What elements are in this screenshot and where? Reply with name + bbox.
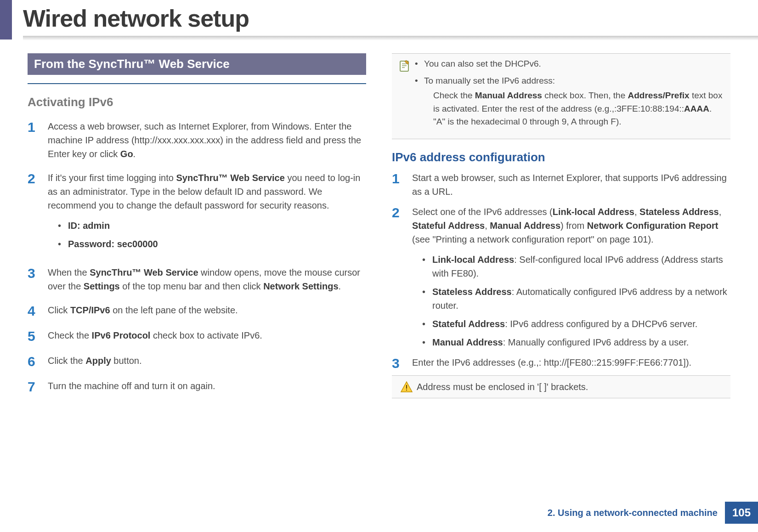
list-item: Link-local Address: Self-configured loca… [422,253,730,280]
step-number: 5 [28,328,48,344]
step-body: Check the IPv6 Protocol check box to act… [48,328,366,344]
page-title: Wired network setup [23,5,758,32]
left-column: From the SyncThru™ Web Service Activatin… [28,53,366,404]
page-header: Wired network setup [0,0,758,42]
note-detail: Check the Manual Address check box. Then… [424,89,726,129]
accent-bar [0,0,12,40]
page-number: 105 [725,502,758,524]
step-3: 3 When the SyncThru™ Web Service window … [28,266,366,293]
content-area: From the SyncThru™ Web Service Activatin… [0,42,758,404]
step-number: 1 [28,119,48,161]
step-5: 5 Check the IPv6 Protocol check box to a… [28,328,366,344]
step-number: 7 [28,379,48,394]
list-item: Stateful Address: IPv6 address configure… [422,317,730,331]
note-icon [395,57,415,132]
step-number: 2 [392,205,412,354]
step-body: Access a web browser, such as Internet E… [48,119,366,161]
step-number: 2 [28,171,48,255]
list-item: Manual Address: Manually configured IPv6… [422,335,730,349]
step-2: 2 If it's your first time logging into S… [28,171,366,255]
step-body: When the SyncThru™ Web Service window op… [48,266,366,293]
header-rule [23,36,758,42]
svg-rect-2 [406,390,407,391]
list-item: Stateless Address: Automatically configu… [422,285,730,312]
step-r2: 2 Select one of the IPv6 addresses (Link… [392,205,730,354]
step-r1: 1 Start a web browser, such as Internet … [392,171,730,198]
note-box: You can also set the DHCPv6. To manually… [392,53,730,139]
warning-box: Address must be enclosed in '[ ]' bracke… [392,375,730,398]
step-body: Enter the IPv6 addresses (e.g.,: http://… [412,356,730,371]
note-item: To manually set the IPv6 address: Check … [415,74,726,129]
step-body: Click TCP/IPv6 on the left pane of the w… [48,303,366,318]
step-body: Select one of the IPv6 addresses (Link-l… [412,205,730,354]
step-number: 3 [28,266,48,293]
step-r3: 3 Enter the IPv6 addresses (e.g.,: http:… [392,356,730,371]
list-item: ID: admin [58,219,366,232]
note-body: You can also set the DHCPv6. To manually… [415,57,726,132]
credentials-list: ID: admin Password: sec00000 [48,219,366,251]
footer-chapter: 2. Using a network-connected machine [548,508,725,518]
step-body: Click the Apply button. [48,354,366,369]
step-number: 1 [392,171,412,198]
step-7: 7 Turn the machine off and turn it on ag… [28,379,366,394]
right-column: You can also set the DHCPv6. To manually… [392,53,730,404]
step-body: If it's your first time logging into Syn… [48,171,366,255]
step-number: 6 [28,354,48,369]
step-body: Turn the machine off and turn it on agai… [48,379,366,394]
section-underline [28,83,366,84]
note-item: You can also set the DHCPv6. [415,57,726,71]
page-footer: 2. Using a network-connected machine 105 [548,502,758,524]
subheading-activating-ipv6: Activating IPv6 [28,95,366,109]
step-number: 4 [28,303,48,318]
warning-icon [396,380,417,393]
step-1: 1 Access a web browser, such as Internet… [28,119,366,161]
step-body: Start a web browser, such as Internet Ex… [412,171,730,198]
address-types-list: Link-local Address: Self-configured loca… [412,253,730,349]
warning-text: Address must be enclosed in '[ ]' bracke… [417,380,726,393]
step-number: 3 [392,356,412,371]
step-4: 4 Click TCP/IPv6 on the left pane of the… [28,303,366,318]
section-heading: From the SyncThru™ Web Service [28,53,366,75]
list-item: Password: sec00000 [58,237,366,251]
subheading-ipv6-config: IPv6 address configuration [392,150,730,164]
svg-rect-1 [406,385,407,389]
step-6: 6 Click the Apply button. [28,354,366,369]
